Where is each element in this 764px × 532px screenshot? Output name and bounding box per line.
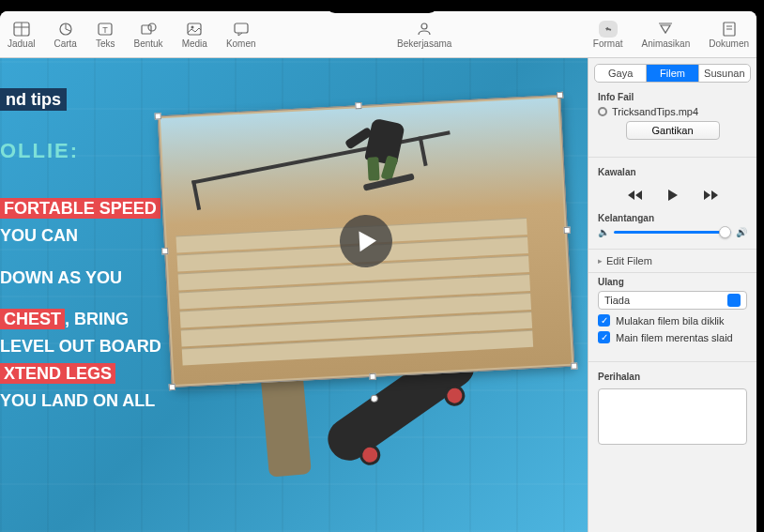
- ulang-heading: Ulang: [598, 277, 747, 287]
- resize-handle[interactable]: [169, 384, 176, 390]
- filename-text: TricksandTips.mp4: [612, 106, 698, 117]
- video-object[interactable]: [158, 95, 575, 388]
- tab-filem[interactable]: Filem: [647, 65, 698, 82]
- animate-icon: [656, 21, 675, 38]
- chart-icon: [56, 21, 75, 38]
- toolbar-media[interactable]: Media: [182, 21, 207, 49]
- main-merentas-checkbox-row[interactable]: ✓ Main filem merentas slaid: [598, 331, 747, 343]
- shape-icon: [139, 21, 158, 38]
- mulakan-checkbox-row[interactable]: ✓ Mulakan filem bila diklik: [598, 314, 747, 327]
- format-icon: [599, 21, 618, 38]
- media-icon: [185, 21, 204, 38]
- collaborate-icon: [415, 21, 434, 38]
- slide-canvas[interactable]: nd tips OLLIE: FORTABLE SPEED YOU CAN DO…: [0, 58, 588, 532]
- toolbar-format[interactable]: Format: [593, 21, 623, 49]
- toolbar-komen[interactable]: Komen: [226, 21, 256, 49]
- resize-handle[interactable]: [369, 373, 375, 380]
- resize-handle[interactable]: [564, 227, 571, 234]
- perihalan-heading: Perihalan: [598, 372, 747, 382]
- inspector-tabs: Gaya Filem Susunan: [594, 64, 751, 83]
- toolbar-dokumen[interactable]: Dokumen: [709, 21, 749, 49]
- comment-icon: [232, 21, 251, 38]
- play-button[interactable]: [663, 185, 683, 205]
- table-icon: [12, 21, 31, 38]
- resize-handle[interactable]: [355, 102, 361, 109]
- kawalan-heading: Kawalan: [598, 167, 747, 177]
- toolbar: Jadual Carta T Teks Bentuk Media Komen: [0, 11, 756, 58]
- ulang-dropdown[interactable]: Tiada ▴▾: [598, 291, 747, 310]
- rewind-button[interactable]: [625, 185, 646, 205]
- perihalan-textarea[interactable]: [598, 388, 747, 445]
- svg-text:T: T: [102, 25, 108, 35]
- toolbar-bentuk[interactable]: Bentuk: [133, 21, 162, 49]
- volume-slider[interactable]: [614, 231, 731, 234]
- toolbar-animasikan[interactable]: Animasikan: [642, 21, 691, 49]
- volume-min-icon: 🔈: [598, 227, 609, 237]
- gantikan-button[interactable]: Gantikan: [626, 121, 720, 140]
- document-icon: [720, 21, 739, 38]
- resize-handle[interactable]: [155, 113, 161, 119]
- toolbar-carta[interactable]: Carta: [53, 21, 76, 49]
- svg-point-7: [148, 23, 156, 31]
- resize-handle[interactable]: [557, 92, 563, 99]
- toolbar-bekerjasama[interactable]: Bekerjasama: [397, 21, 451, 49]
- slide-text: nd tips OLLIE: FORTABLE SPEED YOU CAN DO…: [0, 86, 161, 415]
- kelantangan-heading: Kelantangan: [598, 213, 747, 223]
- info-fail-heading: Info Fail: [598, 92, 747, 102]
- svg-rect-8: [188, 23, 201, 35]
- volume-max-icon: 🔊: [736, 227, 747, 237]
- tab-susunan[interactable]: Susunan: [699, 65, 750, 82]
- resize-handle[interactable]: [161, 248, 168, 254]
- format-inspector: Gaya Filem Susunan Info Fail TricksandTi…: [588, 58, 756, 532]
- checkbox-icon: ✓: [598, 314, 610, 327]
- toolbar-jadual[interactable]: Jadual: [8, 21, 35, 49]
- svg-point-11: [421, 23, 427, 29]
- text-icon: T: [96, 21, 115, 38]
- filename-row: TricksandTips.mp4: [598, 106, 747, 117]
- svg-point-9: [191, 25, 194, 28]
- svg-rect-10: [235, 23, 248, 33]
- forward-button[interactable]: [700, 185, 721, 205]
- file-status-icon: [598, 107, 607, 116]
- edit-filem-disclosure[interactable]: Edit Filem: [588, 249, 756, 273]
- tab-gaya[interactable]: Gaya: [595, 65, 647, 82]
- toolbar-teks[interactable]: T Teks: [96, 21, 115, 49]
- checkbox-icon: ✓: [598, 331, 610, 343]
- resize-handle[interactable]: [571, 362, 577, 369]
